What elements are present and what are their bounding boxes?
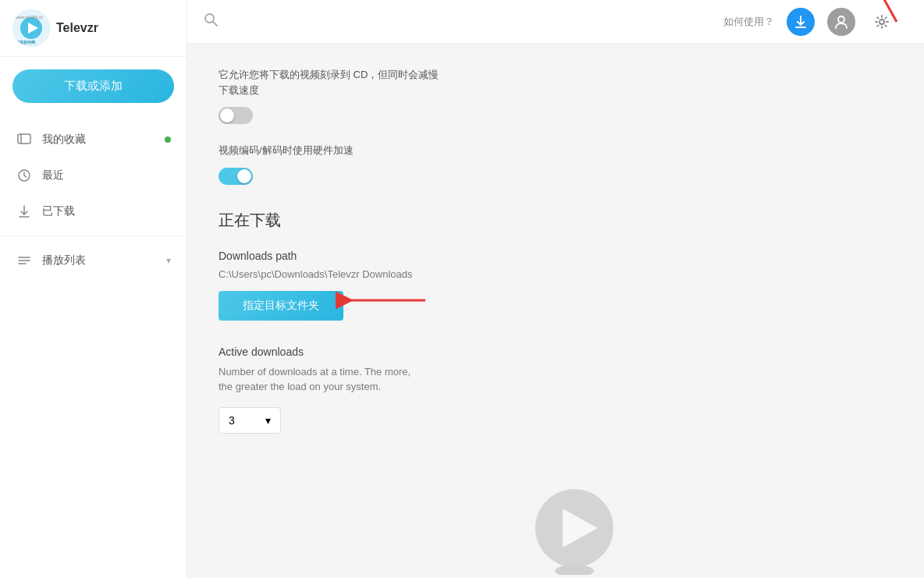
- sidebar-item-playlist[interactable]: 播放列表 ▾: [0, 243, 187, 278]
- active-downloads-label: Active downloads: [219, 346, 687, 358]
- download-icon-button[interactable]: [787, 8, 815, 36]
- svg-text:www.pc0359.cn: www.pc0359.cn: [16, 15, 43, 20]
- cd-toggle[interactable]: [219, 107, 253, 124]
- cd-toggle-thumb: [220, 108, 234, 122]
- downloading-title: 正在下载: [219, 210, 687, 231]
- search-area: [203, 12, 219, 31]
- active-downloads-dropdown[interactable]: 3 ▾: [219, 407, 281, 434]
- svg-text:河东软件网: 河东软件网: [16, 40, 35, 44]
- downloaded-icon: [16, 203, 33, 220]
- svg-line-13: [213, 22, 217, 26]
- sidebar-item-collection[interactable]: 我的收藏: [0, 122, 187, 158]
- search-icon[interactable]: [203, 12, 219, 31]
- hw-accel-label: 视频编码/解码时使用硬件加速: [219, 143, 687, 158]
- active-downloads-desc: Number of downloads at a time. The more,…: [219, 364, 687, 395]
- sidebar-item-recent[interactable]: 最近: [0, 158, 187, 193]
- sidebar-item-downloaded[interactable]: 已下载: [0, 193, 187, 229]
- collection-label: 我的收藏: [42, 133, 86, 147]
- logo-area: 河东软件网 www.pc0359.cn Televzr: [12, 9, 98, 47]
- sidebar-header: 河东软件网 www.pc0359.cn Televzr: [0, 0, 187, 57]
- sidebar: 河东软件网 www.pc0359.cn Televzr 下载或添加 我的收藏: [0, 0, 187, 578]
- topbar-right: 如何使用？: [723, 8, 908, 36]
- settings-arrow-annotation: [854, 0, 901, 26]
- playlist-label: 播放列表: [42, 254, 86, 268]
- logo-svg: 河东软件网 www.pc0359.cn: [12, 9, 50, 47]
- user-icon-button[interactable]: [827, 8, 855, 36]
- downloaded-label: 已下载: [42, 204, 75, 218]
- cd-description: 它允许您将下载的视频刻录到 CD，但同时会减慢 下载速度: [219, 67, 687, 98]
- hw-accel-toggle-track[interactable]: [219, 168, 253, 185]
- hw-accel-toggle[interactable]: [219, 168, 253, 185]
- sidebar-nav: 我的收藏 最近 已下载: [0, 115, 187, 578]
- svg-point-12: [205, 14, 214, 23]
- hw-accel-toggle-thumb: [237, 169, 251, 183]
- recent-icon: [16, 167, 33, 184]
- settings-section: 它允许您将下载的视频刻录到 CD，但同时会减慢 下载速度 视频编码/解码时使用硬…: [219, 67, 687, 434]
- downloads-path-value: C:\Users\pc\Downloads\Televzr Downloads: [219, 268, 687, 280]
- collection-badge: [165, 137, 171, 143]
- topbar: 如何使用？: [187, 0, 924, 44]
- logo-icon: 河东软件网 www.pc0359.cn: [12, 9, 50, 47]
- download-add-button[interactable]: 下载或添加: [12, 69, 174, 103]
- main-area: 如何使用？: [187, 0, 924, 578]
- specify-btn-container: 指定目标文件夹: [219, 291, 343, 321]
- playlist-arrow-icon: ▾: [166, 255, 171, 266]
- nav-divider: [0, 236, 187, 236]
- collection-icon: [16, 131, 33, 148]
- svg-rect-5: [18, 134, 30, 144]
- dropdown-value: 3: [229, 414, 235, 427]
- folder-btn-arrow-annotation: [336, 285, 429, 316]
- recent-label: 最近: [42, 168, 64, 183]
- downloads-path-label: Downloads path: [219, 250, 687, 262]
- playlist-icon: [16, 252, 33, 269]
- dropdown-chevron-icon: ▾: [265, 414, 271, 427]
- svg-point-15: [838, 16, 844, 23]
- how-to-use-link[interactable]: 如何使用？: [723, 15, 774, 29]
- svg-point-21: [555, 565, 594, 575]
- logo-text: Televzr: [56, 21, 98, 35]
- cd-toggle-track[interactable]: [219, 107, 253, 124]
- watermark-play-icon: [528, 481, 621, 578]
- app-name: Televzr: [56, 21, 98, 35]
- settings-content: 它允许您将下载的视频刻录到 CD，但同时会减慢 下载速度 视频编码/解码时使用硬…: [187, 44, 924, 578]
- specify-folder-button[interactable]: 指定目标文件夹: [219, 291, 343, 321]
- watermark-svg: [528, 481, 621, 575]
